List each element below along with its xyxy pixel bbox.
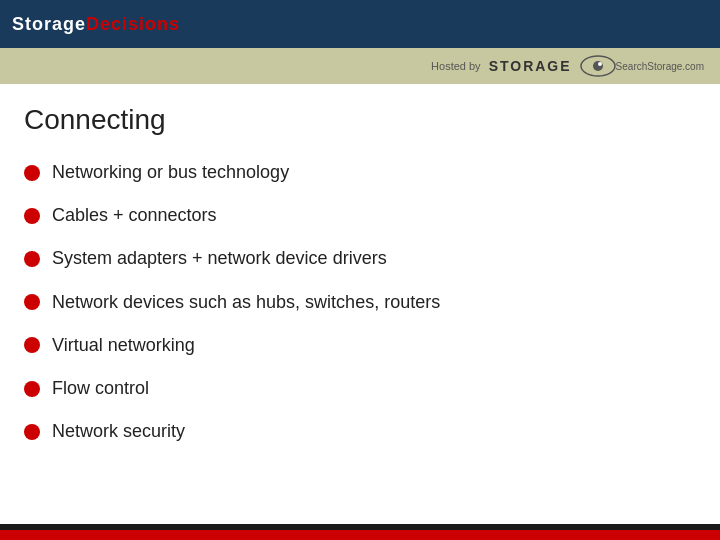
logo-storage-text: Storage (12, 14, 86, 35)
footer-bar-red (0, 530, 720, 540)
bullet-text-3: Network devices such as hubs, switches, … (52, 290, 440, 315)
logo-decisions-text: Decisions (86, 14, 180, 35)
bullet-item-0: Networking or bus technology (24, 160, 696, 185)
bullet-list: Networking or bus technologyCables + con… (24, 160, 696, 444)
bullet-dot-3 (24, 294, 40, 310)
logo-box: Storage Decisions (12, 14, 180, 35)
bullet-item-6: Network security (24, 419, 696, 444)
bullet-item-3: Network devices such as hubs, switches, … (24, 290, 696, 315)
search-storage-label: SearchStorage.com (616, 61, 704, 72)
hosted-bar: Hosted by STORAGE SearchStorage.com (0, 48, 720, 84)
svg-point-1 (593, 61, 603, 71)
bullet-text-5: Flow control (52, 376, 149, 401)
bullet-dot-2 (24, 251, 40, 267)
bullet-dot-0 (24, 165, 40, 181)
bullet-text-2: System adapters + network device drivers (52, 246, 387, 271)
bullet-dot-1 (24, 208, 40, 224)
bullet-item-5: Flow control (24, 376, 696, 401)
bullet-item-4: Virtual networking (24, 333, 696, 358)
eye-icon (580, 54, 616, 78)
bullet-text-4: Virtual networking (52, 333, 195, 358)
bullet-dot-4 (24, 337, 40, 353)
svg-point-2 (598, 62, 602, 66)
slide-title: Connecting (24, 104, 696, 136)
bullet-item-2: System adapters + network device drivers (24, 246, 696, 271)
bullet-item-1: Cables + connectors (24, 203, 696, 228)
bullet-text-6: Network security (52, 419, 185, 444)
header-bar: Storage Decisions (0, 0, 720, 48)
bullet-dot-6 (24, 424, 40, 440)
storage-brand-text: STORAGE (489, 58, 572, 74)
bullet-text-1: Cables + connectors (52, 203, 217, 228)
main-content: Connecting Networking or bus technologyC… (0, 84, 720, 524)
bullet-text-0: Networking or bus technology (52, 160, 289, 185)
bullet-dot-5 (24, 381, 40, 397)
hosted-by-label: Hosted by (431, 60, 481, 72)
